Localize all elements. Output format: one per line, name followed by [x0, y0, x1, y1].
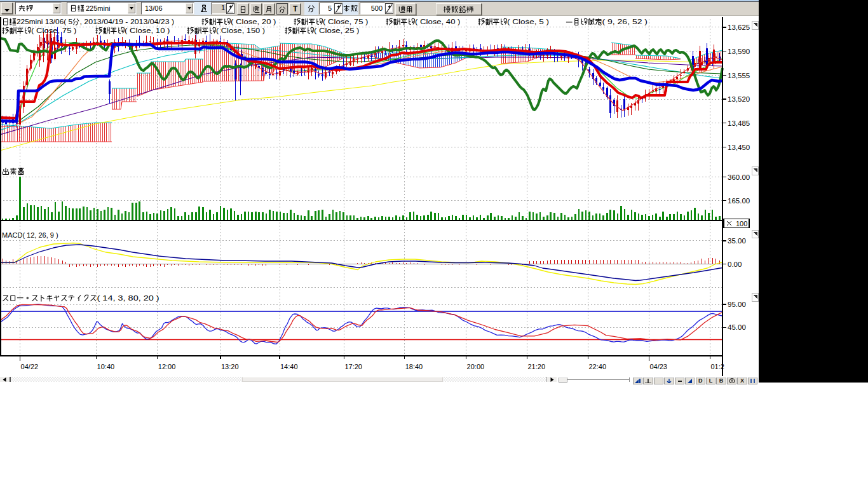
svg-text:13,450: 13,450 [728, 144, 750, 151]
svg-text:13,625: 13,625 [728, 24, 750, 31]
svg-text:17:20: 17:20 [344, 363, 362, 370]
svg-text:( Close, 25 ): ( Close, 25 ) [314, 27, 360, 34]
svg-text:45.00: 45.00 [728, 323, 746, 331]
svg-text:04/22: 04/22 [21, 363, 39, 370]
svg-text:35.00: 35.00 [728, 237, 746, 245]
svg-text:13,555: 13,555 [728, 72, 750, 79]
svg-text:20:00: 20:00 [467, 363, 485, 370]
svg-text:( 14, 3, 80, 20 ): ( 14, 3, 80, 20 ) [97, 294, 159, 302]
svg-text:( Close, 150 ): ( Close, 150 ) [216, 27, 265, 34]
svg-text:( Close, 40 ): ( Close, 40 ) [415, 18, 461, 25]
svg-text:13,590: 13,590 [728, 48, 750, 55]
svg-text:360.00: 360.00 [728, 173, 750, 181]
svg-text:04/23: 04/23 [649, 363, 667, 370]
svg-text:01:2: 01:2 [710, 363, 724, 370]
svg-text:( Close, 10 ): ( Close, 10 ) [125, 27, 170, 34]
svg-text:22:40: 22:40 [589, 363, 607, 370]
svg-text:10:40: 10:40 [97, 363, 115, 370]
svg-text:95.00: 95.00 [728, 301, 746, 308]
svg-text:( Close, 5 ): ( Close, 5 ) [507, 18, 549, 25]
svg-text:165.00: 165.00 [728, 197, 750, 205]
svg-text:MACD( 12, 26, 9 ): MACD( 12, 26, 9 ) [2, 231, 58, 239]
svg-text:( 9, 26, 52 ): ( 9, 26, 52 ) [602, 18, 648, 25]
svg-text:21:20: 21:20 [528, 363, 546, 370]
svg-text:13,485: 13,485 [728, 119, 750, 127]
svg-text:0.00: 0.00 [728, 261, 742, 268]
svg-text:12:00: 12:00 [158, 363, 176, 370]
svg-text:225mini 13/06( 5: 225mini 13/06( 5 [17, 18, 73, 25]
svg-text:( Close, 20 ): ( Close, 20 ) [231, 18, 276, 25]
svg-text:( Close, 75 ): ( Close, 75 ) [31, 27, 77, 34]
svg-text:( Close, 75 ): ( Close, 75 ) [323, 18, 369, 25]
svg-text:100: 100 [736, 220, 747, 227]
svg-text:13:20: 13:20 [221, 363, 239, 370]
svg-text:, 2013/04/19 - 2013/04/23 ): , 2013/04/19 - 2013/04/23 ) [80, 18, 175, 25]
svg-text:18:40: 18:40 [405, 363, 423, 370]
svg-text:14:40: 14:40 [280, 363, 298, 370]
svg-text:13,520: 13,520 [728, 95, 750, 103]
